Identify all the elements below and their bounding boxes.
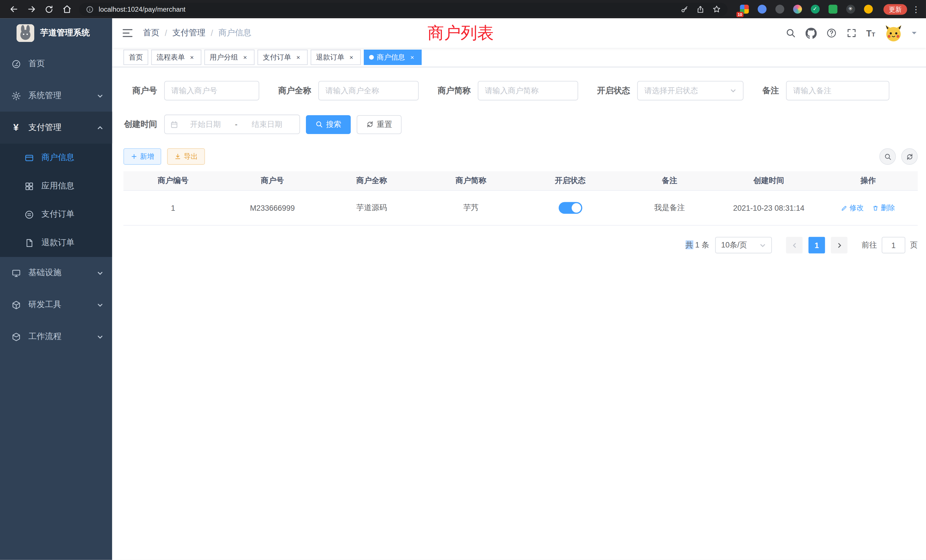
add-button[interactable]: 新增: [123, 148, 161, 165]
breadcrumb-separator: /: [165, 28, 167, 38]
user-avatar[interactable]: [885, 24, 902, 42]
goto-page-input[interactable]: [882, 237, 905, 253]
extension-icon-7[interactable]: ✳: [844, 3, 856, 15]
navbar-tools: TT: [785, 24, 916, 42]
full-name-input[interactable]: [318, 81, 419, 100]
sidebar-item-workflow[interactable]: 工作流程: [0, 321, 112, 353]
password-key-icon[interactable]: [680, 5, 688, 14]
prev-page-button[interactable]: [786, 237, 803, 253]
status-toggle[interactable]: [558, 202, 582, 213]
status-select[interactable]: 请选择开启状态: [637, 81, 743, 100]
page-number-1[interactable]: 1: [808, 237, 825, 253]
extension-icon-5[interactable]: ✓: [809, 3, 821, 15]
page-size-select[interactable]: 10条/页: [715, 237, 772, 253]
search-icon[interactable]: [785, 28, 796, 38]
browser-reload-icon[interactable]: [41, 2, 57, 17]
extension-icon-3[interactable]: [774, 3, 785, 15]
extension-icon-2[interactable]: [756, 3, 767, 15]
browser-update-button[interactable]: 更新: [884, 4, 907, 14]
chevron-up-icon: [97, 124, 103, 131]
table-tools: [879, 148, 918, 165]
reset-button[interactable]: 重置: [357, 115, 401, 134]
browser-back-icon[interactable]: [6, 2, 21, 17]
tab-refund-order[interactable]: 退款订单 ×: [311, 50, 361, 65]
short-name-input[interactable]: [478, 81, 578, 100]
tab-close-icon[interactable]: ×: [188, 53, 196, 61]
download-icon: [174, 153, 181, 160]
refresh-table-button[interactable]: [901, 148, 918, 165]
avatar-caret-icon[interactable]: [912, 32, 917, 37]
tab-payment-order[interactable]: 支付订单 ×: [257, 50, 308, 65]
extension-icon-1[interactable]: 10: [738, 3, 750, 15]
filter-label-status: 开启状态: [597, 85, 630, 96]
add-button-label: 新增: [140, 151, 154, 161]
extension-icon-8[interactable]: [862, 3, 874, 15]
pagination: 共 1 条 10条/页 1 前往: [123, 237, 918, 265]
browser-home-icon[interactable]: [59, 2, 74, 17]
tab-process-form[interactable]: 流程表单 ×: [151, 50, 201, 65]
tab-label: 退款订单: [316, 52, 344, 62]
pencil-icon: [841, 205, 848, 211]
github-icon[interactable]: [805, 27, 817, 38]
sidebar-item-label: 商户信息: [41, 152, 74, 163]
sidebar-item-dev-tools[interactable]: 研发工具: [0, 289, 112, 321]
delete-link[interactable]: 删除: [872, 203, 895, 213]
address-bar[interactable]: localhost:1024/pay/merchant: [79, 3, 728, 16]
sidebar-item-system[interactable]: 系统管理: [0, 80, 112, 112]
sidebar-item-payment[interactable]: ¥ 支付管理: [0, 112, 112, 144]
app-logo[interactable]: 芋道管理系统: [0, 18, 112, 48]
page-annotation-title: 商户列表: [428, 23, 494, 44]
edit-link[interactable]: 修改: [841, 203, 864, 213]
merchant-table: 商户编号 商户号 商户全称 商户简称 开启状态 备注 创建时间 操作 1 M23…: [123, 171, 918, 226]
sidebar-item-payment-order[interactable]: 支付订单: [0, 200, 112, 229]
sidebar-item-infrastructure[interactable]: 基础设施: [0, 257, 112, 289]
font-size-icon[interactable]: TT: [866, 29, 875, 37]
breadcrumb-home[interactable]: 首页: [143, 28, 159, 38]
tab-close-icon[interactable]: ×: [408, 53, 416, 61]
cell-remark: 我是备注: [620, 203, 719, 213]
sidebar-menu: 首页 系统管理 ¥ 支付管理: [0, 48, 112, 353]
breadcrumb: 首页 / 支付管理 / 商户信息: [143, 28, 251, 38]
tab-user-group[interactable]: 用户分组 ×: [204, 50, 254, 65]
tab-close-icon[interactable]: ×: [347, 53, 356, 61]
sidebar-item-app-info[interactable]: 应用信息: [0, 172, 112, 200]
end-date-placeholder[interactable]: 结束日期: [240, 119, 294, 129]
cell-merchant-id: 1: [123, 204, 222, 212]
table-header: 操作: [819, 176, 918, 186]
extension-icon-6[interactable]: [827, 3, 838, 15]
show-search-button[interactable]: [879, 148, 896, 165]
create-time-range-picker[interactable]: 开始日期 - 结束日期: [164, 115, 300, 134]
browser-menu-icon[interactable]: ⋮: [912, 5, 920, 14]
bookmark-star-icon[interactable]: [712, 5, 721, 14]
export-button[interactable]: 导出: [167, 148, 205, 165]
breadcrumb-payment[interactable]: 支付管理: [172, 28, 206, 38]
tab-merchant-info[interactable]: 商户信息 ×: [364, 50, 422, 65]
table-header-row: 商户编号 商户号 商户全称 商户简称 开启状态 备注 创建时间 操作: [123, 171, 918, 191]
site-info-icon[interactable]: [86, 5, 94, 14]
remark-input[interactable]: [786, 81, 889, 100]
reset-button-label: 重置: [377, 119, 392, 129]
filter-label-remark: 备注: [763, 85, 779, 96]
sidebar-toggle-icon[interactable]: [122, 27, 133, 39]
browser-forward-icon[interactable]: [24, 2, 39, 17]
tab-close-icon[interactable]: ×: [241, 53, 249, 61]
cell-merchant-no: M233666999: [222, 204, 322, 212]
breadcrumb-separator: /: [211, 28, 213, 38]
help-icon[interactable]: [826, 28, 837, 38]
extension-icon-4[interactable]: [791, 3, 803, 15]
merchant-no-input[interactable]: [164, 81, 259, 100]
tab-home[interactable]: 首页: [123, 50, 148, 65]
start-date-placeholder[interactable]: 开始日期: [179, 119, 233, 129]
sidebar-item-label: 支付管理: [28, 122, 61, 133]
browser-toolbar: localhost:1024/pay/merchant 10: [0, 0, 926, 18]
bank-card-icon: [24, 152, 34, 163]
sidebar-item-refund-order[interactable]: 退款订单: [0, 229, 112, 257]
share-icon[interactable]: [696, 5, 705, 14]
fullscreen-icon[interactable]: [846, 28, 857, 38]
sidebar-item-merchant-info[interactable]: 商户信息: [0, 144, 112, 172]
next-page-button[interactable]: [831, 237, 847, 253]
tab-close-icon[interactable]: ×: [294, 53, 303, 61]
sidebar-item-home[interactable]: 首页: [0, 48, 112, 80]
search-button[interactable]: 搜索: [306, 115, 351, 134]
table-header: 商户全称: [322, 176, 421, 186]
